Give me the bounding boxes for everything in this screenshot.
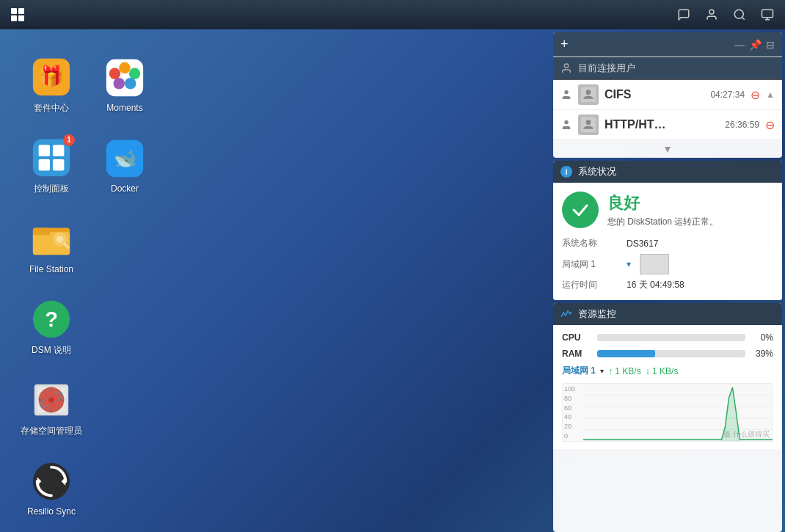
- network-image: [640, 254, 669, 274]
- user-icon-http: [561, 119, 572, 131]
- user-time-cifs: 04:27:34: [710, 90, 745, 100]
- y-label-40: 40: [564, 413, 582, 420]
- resource-body: CPU 0% RAM 39% 局域网 1 ▾ ↑ 1 KB/s: [553, 325, 782, 449]
- user-button[interactable]: [700, 3, 723, 26]
- icon-resilio-sync[interactable]: Resilio Sync: [15, 448, 88, 528]
- ram-progress-bg: [597, 350, 745, 357]
- network-chart: 100 80 60 40 20 0: [562, 383, 773, 442]
- widget-users-title: 目前连接用户: [578, 62, 635, 75]
- cpu-progress-bg: [597, 334, 745, 341]
- svg-text:🐋: 🐋: [114, 147, 137, 170]
- widget-minimize-button[interactable]: —: [734, 39, 745, 51]
- svg-point-29: [56, 236, 64, 243]
- taskbar: [0, 0, 785, 29]
- y-label-20: 20: [564, 423, 582, 430]
- y-label-80: 80: [564, 395, 582, 402]
- net-label[interactable]: 局域网 1: [562, 365, 596, 377]
- svg-point-13: [109, 68, 120, 79]
- users-list: CIFS 04:27:34 ⊖ ▲: [553, 80, 782, 140]
- icon-moments[interactable]: Moments: [88, 44, 161, 125]
- widget-users-titlebar: + — 📌 ⊟: [553, 32, 782, 57]
- widget-system-status: i 系统状况 良好 您的 DiskStation 运转正常。: [553, 161, 782, 300]
- desktop-icons: 🎁 套件中心 Moments: [0, 29, 176, 532]
- status-text-container: 良好 您的 DiskStation 运转正常。: [607, 192, 718, 228]
- status-body: 良好 您的 DiskStation 运转正常。 系统名称 DS3617 局域网 …: [553, 183, 782, 300]
- svg-point-5: [734, 10, 743, 18]
- user-expand-cifs[interactable]: ▲: [766, 90, 775, 100]
- svg-point-53: [564, 120, 568, 124]
- resource-icon: [561, 308, 572, 320]
- control-panel-badge: 1: [63, 134, 75, 146]
- user-protocol-cifs: CIFS: [605, 88, 631, 101]
- network-stats-row: 局域网 1 ▾ ↑ 1 KB/s ↓ 1 KB/s: [562, 365, 773, 377]
- status-info-grid: 系统名称 DS3617 局域网 1 ▾ 运行时间 16 天 04:49:58: [562, 237, 773, 291]
- icon-download-station[interactable]: Download Station: [15, 528, 88, 532]
- status-sub-text: 您的 DiskStation 运转正常。: [607, 216, 718, 228]
- svg-rect-7: [762, 10, 773, 18]
- widget-users-chevron[interactable]: ▼: [553, 140, 782, 158]
- net-arrow-icon: ▾: [600, 367, 604, 375]
- svg-rect-21: [39, 158, 50, 170]
- svg-rect-1: [18, 8, 24, 14]
- status-widget-header: i 系统状况: [553, 161, 782, 183]
- ram-label: RAM: [562, 349, 591, 359]
- icon-control-panel[interactable]: 1 控制面板: [15, 125, 88, 205]
- lan-row: 局域网 1 ▾: [562, 254, 773, 274]
- svg-point-16: [114, 78, 125, 89]
- icon-docker[interactable]: 🐋 Docker: [88, 125, 161, 205]
- user-disconnect-http[interactable]: ⊖: [765, 118, 775, 132]
- taskbar-left: [6, 3, 29, 26]
- y-label-100: 100: [564, 385, 582, 393]
- svg-rect-19: [39, 145, 50, 156]
- svg-rect-0: [11, 8, 17, 14]
- widget-close-button[interactable]: ⊟: [766, 39, 775, 51]
- user-avatar-cifs: [578, 84, 599, 105]
- status-title: 系统状况: [578, 165, 616, 178]
- svg-point-50: [564, 64, 568, 68]
- status-good-text: 良好: [607, 192, 718, 214]
- icon-dsm-help[interactable]: ? DSM 说明: [15, 286, 88, 367]
- widget-pin-button[interactable]: 📌: [749, 39, 762, 51]
- ram-progress-fill: [597, 350, 655, 357]
- svg-point-17: [125, 78, 136, 89]
- svg-point-15: [129, 68, 140, 79]
- icon-label-dsm: DSM 说明: [32, 344, 71, 357]
- svg-rect-27: [33, 228, 50, 236]
- user-row-http: HTTP/HT… 26:36:59 ⊖: [553, 110, 782, 140]
- svg-line-6: [742, 17, 744, 19]
- lan-label: 局域网 1: [562, 258, 621, 271]
- icon-label-docker: Docker: [111, 183, 139, 194]
- icon-label-resilio: Resilio Sync: [27, 506, 76, 517]
- desktop-button[interactable]: [756, 3, 779, 26]
- user-protocol-http: HTTP/HT…: [605, 118, 666, 131]
- uptime-value: 16 天 04:49:58: [627, 279, 684, 291]
- icon-file-station[interactable]: File Station: [15, 205, 88, 286]
- svg-text:?: ?: [45, 307, 58, 330]
- svg-point-4: [709, 10, 714, 14]
- watermark: 值·什么值得买: [723, 429, 770, 440]
- user-disconnect-cifs[interactable]: ⊖: [751, 88, 760, 102]
- svg-point-37: [48, 397, 54, 403]
- right-panel: + — 📌 ⊟ 目前连接用户: [550, 29, 785, 532]
- widget-users-add-button[interactable]: +: [561, 37, 569, 52]
- svg-rect-3: [18, 15, 24, 21]
- status-info-icon: i: [561, 166, 572, 178]
- lan-dropdown[interactable]: ▾: [627, 259, 631, 269]
- icon-label-moments: Moments: [106, 103, 142, 113]
- user-row-cifs: CIFS 04:27:34 ⊖ ▲: [553, 80, 782, 110]
- desktop: 🎁 套件中心 Moments: [0, 29, 785, 532]
- user-time-http: 26:36:59: [725, 120, 759, 130]
- svg-rect-20: [53, 145, 64, 156]
- apps-grid-icon[interactable]: [6, 3, 29, 26]
- search-button[interactable]: [728, 3, 751, 26]
- net-download: ↓ 1 KB/s: [646, 366, 679, 376]
- user-icon-cifs: [561, 89, 572, 101]
- widget-connected-users: + — 📌 ⊟ 目前连接用户: [553, 32, 782, 158]
- svg-point-51: [564, 90, 568, 94]
- icon-package-center[interactable]: 🎁 套件中心: [15, 44, 88, 125]
- icon-label-control-panel: 控制面板: [34, 183, 69, 195]
- widget-users-header: 目前连接用户: [553, 57, 782, 80]
- icon-storage-manager[interactable]: 存储空间管理员: [15, 367, 88, 448]
- chat-button[interactable]: [672, 3, 695, 26]
- svg-rect-22: [53, 158, 64, 170]
